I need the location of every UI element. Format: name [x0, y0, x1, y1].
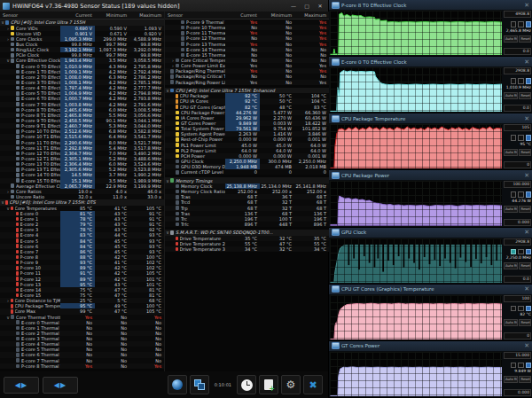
sensor-row[interactable]: Current cTDP Level000 — [165, 169, 329, 175]
graph-plot-area[interactable] — [330, 295, 502, 339]
close-sensors-button[interactable]: ✖ — [303, 375, 323, 394]
graph-checkbox[interactable] — [526, 21, 532, 27]
reset-button[interactable]: Reset — [519, 92, 531, 99]
graph-close-icon[interactable]: ✕ — [524, 2, 529, 9]
graph-checkbox[interactable] — [511, 363, 517, 369]
window-titlebar[interactable]: HWiNFO64 v7.36-4980 Sensor Status [189 v… — [0, 0, 328, 12]
section-header-row[interactable]: ∨Memory Timings — [165, 177, 329, 183]
graph-window: CPU Package Power✕100.00044.276 WAuto fi… — [329, 170, 532, 227]
sensor-pane-left: Sensor Current Minimum Maximum ∨CPU [#0]… — [0, 12, 164, 371]
reset-button[interactable]: Reset — [519, 262, 531, 269]
remote-monitor-button[interactable] — [168, 375, 187, 394]
reset-button[interactable]: Reset — [519, 149, 531, 156]
reset-button[interactable]: Reset — [519, 319, 531, 326]
graph-plot-area[interactable] — [330, 11, 502, 55]
graph-checkbox[interactable] — [511, 249, 517, 255]
graph-checkbox[interactable] — [518, 249, 524, 255]
graph-checkbox[interactable] — [511, 191, 517, 198]
chip-icon — [181, 53, 184, 58]
graph-close-icon[interactable]: ✕ — [524, 59, 529, 66]
graph-plot-area[interactable] — [330, 67, 502, 112]
volt-icon — [176, 111, 179, 115]
sensor-row[interactable]: Drive Temperature 334 °C32 °C34 °C — [165, 246, 329, 252]
auto-fit-button[interactable]: Auto fit — [504, 206, 518, 213]
auto-fit-button[interactable]: Auto fit — [504, 149, 518, 156]
graph-titlebar[interactable]: CPU GT Cores (Graphics) Temperature✕ — [329, 285, 532, 294]
shift-values-left-button[interactable]: ◀▶ — [4, 377, 39, 394]
auto-fit-button[interactable]: Auto fit — [504, 35, 518, 43]
clk-icon — [16, 97, 20, 101]
graph-checkbox[interactable] — [526, 191, 532, 198]
graph-titlebar[interactable]: CPU Package Power✕ — [329, 170, 532, 180]
temp-icon — [16, 233, 19, 238]
col-current: Current — [225, 12, 260, 18]
graph-titlebar[interactable]: GT Cores Power✕ — [329, 341, 532, 351]
maximize-button[interactable]: ▢ — [301, 2, 312, 10]
reset-button[interactable]: Reset — [519, 206, 531, 213]
chip-icon — [181, 31, 184, 35]
sensor-row[interactable]: Uncore Ratio32.0 x11.0 x33.0 x — [0, 194, 164, 199]
grid-overlay — [330, 181, 502, 225]
chip-icon — [16, 320, 20, 324]
graph-titlebar[interactable]: GPU Clock✕ — [329, 228, 532, 238]
graph-checkboxes — [504, 363, 531, 369]
shift-values-right-button[interactable]: ◀▶ — [43, 377, 78, 394]
graph-scale-min: 0 — [504, 332, 531, 339]
section-label: S.M.A.R.T.: WD PC SN740 SDDQNQD-1T00... — [176, 230, 329, 235]
temp-icon — [16, 282, 19, 286]
graph-close-icon[interactable]: ✕ — [524, 342, 529, 349]
graph-checkbox[interactable] — [511, 21, 517, 27]
graph-checkbox[interactable] — [511, 135, 517, 141]
graph-checkbox[interactable] — [511, 78, 517, 84]
sensor-row[interactable]: Package/Ring Power Limit ExceededYesNoYe… — [165, 80, 329, 85]
section-header-row[interactable]: ∨CPU [#0]: Intel Core Ultra 7 155H — [0, 20, 164, 26]
graph-plot-area[interactable] — [330, 181, 502, 225]
graph-plot-area[interactable] — [330, 124, 502, 168]
graph-checkbox[interactable] — [518, 78, 524, 84]
sensor-row[interactable]: P-core 8 Thermal ThrottlingYesNoYes — [0, 363, 164, 369]
graph-checkbox[interactable] — [526, 249, 532, 255]
close-window-button[interactable]: ✕ — [315, 2, 325, 10]
auto-fit-button[interactable]: Auto fit — [504, 319, 518, 326]
section-header-row[interactable]: ∨S.M.A.R.T.: WD PC SN740 SDDQNQD-1T00... — [165, 230, 329, 236]
minimize-button[interactable]: — — [288, 2, 299, 10]
graph-checkbox[interactable] — [518, 135, 524, 141]
graph-close-icon[interactable]: ✕ — [524, 115, 529, 122]
graph-checkbox[interactable] — [526, 135, 532, 141]
graph-checkbox[interactable] — [518, 363, 524, 369]
graph-titlebar[interactable]: E-core 0 T0 Effective Clock✕ — [329, 57, 532, 66]
graph-side-panel: 2908.81,010.9 MHzAuto fitReset0.0 — [502, 66, 532, 113]
settings-button[interactable]: ⚙ — [281, 375, 301, 394]
auto-fit-button[interactable]: Auto fit — [504, 376, 518, 383]
graph-close-icon[interactable]: ✕ — [524, 285, 529, 293]
graph-close-icon[interactable]: ✕ — [524, 172, 529, 179]
graph-checkbox[interactable] — [518, 21, 524, 27]
graph-titlebar[interactable]: P-core 8 T0 Effective Clock✕ — [329, 0, 532, 10]
reset-clock-button[interactable] — [237, 375, 256, 394]
graph-plot-area[interactable] — [330, 352, 502, 396]
sensor-row[interactable]: Trfc896 T448 T896 T — [165, 222, 329, 227]
graph-titlebar[interactable]: CPU Package Temperature✕ — [329, 113, 532, 123]
cpu-icon — [170, 89, 174, 93]
graph-close-icon[interactable]: ✕ — [524, 229, 529, 236]
graph-side-panel: 4908.82,465.8 MHzAuto fitReset0.0 — [502, 10, 532, 56]
reset-button[interactable]: Reset — [519, 376, 531, 383]
graph-checkbox[interactable] — [526, 363, 532, 369]
section-header-row[interactable]: ∨CPU [#0]: Intel Core Ultra 7 155H: DTS — [0, 199, 164, 206]
section-header-row[interactable]: ∨CPU [#0]: Intel Core Ultra 7 155H: Enha… — [165, 88, 329, 94]
gear-icon: ⚙ — [286, 379, 296, 390]
graph-checkbox[interactable] — [526, 78, 532, 84]
swap-panels-button[interactable] — [190, 375, 209, 394]
temp-icon — [16, 288, 19, 293]
temp-icon — [176, 247, 178, 252]
auto-fit-button[interactable]: Auto fit — [504, 92, 518, 99]
graph-checkbox[interactable] — [511, 306, 517, 312]
graph-plot-area[interactable] — [330, 238, 502, 283]
auto-fit-button[interactable]: Auto fit — [504, 262, 518, 269]
graph-checkbox[interactable] — [526, 306, 532, 312]
logging-button[interactable] — [259, 375, 278, 394]
graph-checkboxes — [504, 249, 531, 255]
reset-button[interactable]: Reset — [519, 35, 531, 43]
graph-checkbox[interactable] — [518, 191, 524, 198]
graph-checkbox[interactable] — [518, 306, 524, 312]
